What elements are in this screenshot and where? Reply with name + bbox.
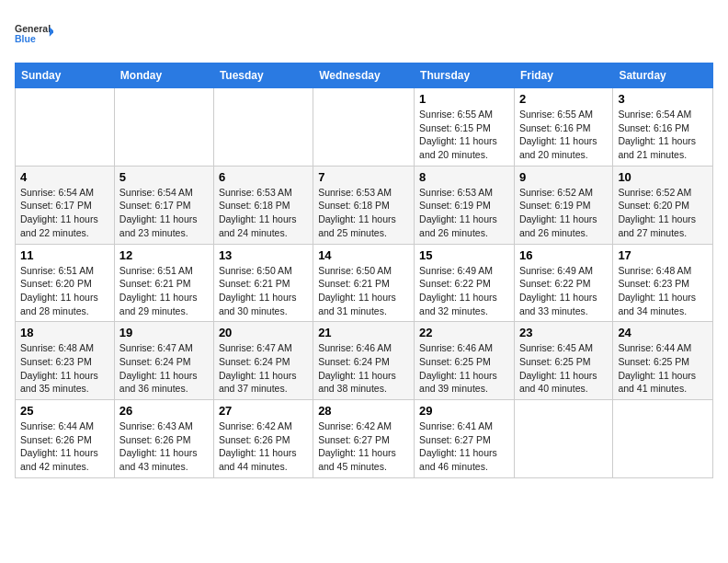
day-number: 25 xyxy=(20,404,109,418)
calendar-cell xyxy=(114,88,213,167)
calendar-cell: 22Sunrise: 6:46 AMSunset: 6:25 PMDayligh… xyxy=(415,322,515,400)
weekday-header-saturday: Saturday xyxy=(613,63,713,88)
day-info: Sunrise: 6:46 AMSunset: 6:25 PMDaylight:… xyxy=(419,341,509,396)
calendar-week-1: 1Sunrise: 6:55 AMSunset: 6:15 PMDaylight… xyxy=(16,88,713,167)
day-info: Sunrise: 6:45 AMSunset: 6:25 PMDaylight:… xyxy=(519,341,608,396)
page-header: General Blue xyxy=(15,15,713,53)
day-info: Sunrise: 6:42 AMSunset: 6:26 PMDaylight:… xyxy=(219,419,308,474)
calendar-cell: 23Sunrise: 6:45 AMSunset: 6:25 PMDayligh… xyxy=(514,322,612,400)
weekday-header-wednesday: Wednesday xyxy=(313,63,415,88)
day-number: 24 xyxy=(618,326,708,339)
day-info: Sunrise: 6:48 AMSunset: 6:23 PMDaylight:… xyxy=(618,264,708,318)
day-number: 17 xyxy=(618,248,708,262)
day-info: Sunrise: 6:52 AMSunset: 6:19 PMDaylight:… xyxy=(519,186,608,240)
day-info: Sunrise: 6:51 AMSunset: 6:20 PMDaylight:… xyxy=(20,264,109,318)
calendar-cell: 24Sunrise: 6:44 AMSunset: 6:25 PMDayligh… xyxy=(613,322,713,400)
weekday-header-tuesday: Tuesday xyxy=(213,63,313,88)
calendar-cell: 10Sunrise: 6:52 AMSunset: 6:20 PMDayligh… xyxy=(613,166,713,244)
day-info: Sunrise: 6:52 AMSunset: 6:20 PMDaylight:… xyxy=(618,186,708,240)
calendar-cell: 8Sunrise: 6:53 AMSunset: 6:19 PMDaylight… xyxy=(415,166,515,244)
logo-svg: General Blue xyxy=(15,15,53,53)
logo: General Blue xyxy=(15,15,53,53)
day-number: 23 xyxy=(519,326,608,339)
day-number: 1 xyxy=(419,92,509,106)
day-info: Sunrise: 6:50 AMSunset: 6:21 PMDaylight:… xyxy=(219,264,308,318)
calendar-cell: 17Sunrise: 6:48 AMSunset: 6:23 PMDayligh… xyxy=(613,244,713,322)
day-info: Sunrise: 6:53 AMSunset: 6:18 PMDaylight:… xyxy=(219,186,308,240)
day-number: 22 xyxy=(419,326,509,339)
weekday-header-friday: Friday xyxy=(514,63,612,88)
day-info: Sunrise: 6:53 AMSunset: 6:18 PMDaylight:… xyxy=(318,186,409,240)
calendar-cell: 9Sunrise: 6:52 AMSunset: 6:19 PMDaylight… xyxy=(514,166,612,244)
day-info: Sunrise: 6:41 AMSunset: 6:27 PMDaylight:… xyxy=(419,419,509,474)
calendar-cell: 27Sunrise: 6:42 AMSunset: 6:26 PMDayligh… xyxy=(213,400,313,478)
svg-marker-2 xyxy=(50,27,53,37)
day-number: 21 xyxy=(318,326,409,339)
day-info: Sunrise: 6:50 AMSunset: 6:21 PMDaylight:… xyxy=(318,264,409,318)
day-number: 10 xyxy=(618,170,708,184)
day-number: 18 xyxy=(20,326,109,339)
day-number: 19 xyxy=(119,326,209,339)
day-number: 16 xyxy=(519,248,608,262)
weekday-header-monday: Monday xyxy=(114,63,213,88)
calendar-cell xyxy=(514,400,612,478)
day-number: 8 xyxy=(419,170,509,184)
calendar-cell: 19Sunrise: 6:47 AMSunset: 6:24 PMDayligh… xyxy=(114,322,213,400)
day-info: Sunrise: 6:54 AMSunset: 6:17 PMDaylight:… xyxy=(119,186,209,240)
day-number: 6 xyxy=(219,170,308,184)
calendar-cell: 5Sunrise: 6:54 AMSunset: 6:17 PMDaylight… xyxy=(114,166,213,244)
day-number: 11 xyxy=(20,248,109,262)
weekday-header-thursday: Thursday xyxy=(415,63,515,88)
calendar-cell: 29Sunrise: 6:41 AMSunset: 6:27 PMDayligh… xyxy=(415,400,515,478)
day-info: Sunrise: 6:53 AMSunset: 6:19 PMDaylight:… xyxy=(419,186,509,240)
day-info: Sunrise: 6:42 AMSunset: 6:27 PMDaylight:… xyxy=(318,419,409,474)
calendar-cell xyxy=(313,88,415,167)
day-number: 7 xyxy=(318,170,409,184)
day-info: Sunrise: 6:44 AMSunset: 6:25 PMDaylight:… xyxy=(618,341,708,396)
day-number: 5 xyxy=(119,170,209,184)
day-number: 15 xyxy=(419,248,509,262)
day-info: Sunrise: 6:46 AMSunset: 6:24 PMDaylight:… xyxy=(318,341,409,396)
day-info: Sunrise: 6:49 AMSunset: 6:22 PMDaylight:… xyxy=(419,264,509,318)
day-number: 12 xyxy=(119,248,209,262)
weekday-header-row: SundayMondayTuesdayWednesdayThursdayFrid… xyxy=(16,63,713,88)
calendar-cell xyxy=(16,88,115,167)
calendar-week-2: 4Sunrise: 6:54 AMSunset: 6:17 PMDaylight… xyxy=(16,166,713,244)
day-number: 26 xyxy=(119,404,209,418)
day-info: Sunrise: 6:55 AMSunset: 6:16 PMDaylight:… xyxy=(519,108,608,162)
calendar-cell: 7Sunrise: 6:53 AMSunset: 6:18 PMDaylight… xyxy=(313,166,415,244)
day-info: Sunrise: 6:49 AMSunset: 6:22 PMDaylight:… xyxy=(519,264,608,318)
day-number: 14 xyxy=(318,248,409,262)
calendar-cell: 1Sunrise: 6:55 AMSunset: 6:15 PMDaylight… xyxy=(415,88,515,167)
calendar-week-5: 25Sunrise: 6:44 AMSunset: 6:26 PMDayligh… xyxy=(16,400,713,478)
day-info: Sunrise: 6:43 AMSunset: 6:26 PMDaylight:… xyxy=(119,419,209,474)
calendar-cell: 14Sunrise: 6:50 AMSunset: 6:21 PMDayligh… xyxy=(313,244,415,322)
calendar-cell: 28Sunrise: 6:42 AMSunset: 6:27 PMDayligh… xyxy=(313,400,415,478)
calendar-cell: 2Sunrise: 6:55 AMSunset: 6:16 PMDaylight… xyxy=(514,88,612,167)
calendar-body: 1Sunrise: 6:55 AMSunset: 6:15 PMDaylight… xyxy=(16,88,713,478)
day-number: 4 xyxy=(20,170,109,184)
calendar-cell: 13Sunrise: 6:50 AMSunset: 6:21 PMDayligh… xyxy=(213,244,313,322)
day-number: 9 xyxy=(519,170,608,184)
day-info: Sunrise: 6:51 AMSunset: 6:21 PMDaylight:… xyxy=(119,264,209,318)
day-info: Sunrise: 6:48 AMSunset: 6:23 PMDaylight:… xyxy=(20,341,109,396)
calendar-cell: 20Sunrise: 6:47 AMSunset: 6:24 PMDayligh… xyxy=(213,322,313,400)
calendar-cell: 18Sunrise: 6:48 AMSunset: 6:23 PMDayligh… xyxy=(16,322,115,400)
calendar-cell: 6Sunrise: 6:53 AMSunset: 6:18 PMDaylight… xyxy=(213,166,313,244)
day-number: 20 xyxy=(219,326,308,339)
svg-text:Blue: Blue xyxy=(15,33,36,44)
day-number: 13 xyxy=(219,248,308,262)
calendar-cell xyxy=(613,400,713,478)
calendar-week-4: 18Sunrise: 6:48 AMSunset: 6:23 PMDayligh… xyxy=(16,322,713,400)
day-info: Sunrise: 6:54 AMSunset: 6:16 PMDaylight:… xyxy=(618,108,708,162)
day-number: 2 xyxy=(519,92,608,106)
calendar-week-3: 11Sunrise: 6:51 AMSunset: 6:20 PMDayligh… xyxy=(16,244,713,322)
calendar-cell: 3Sunrise: 6:54 AMSunset: 6:16 PMDaylight… xyxy=(613,88,713,167)
calendar-cell: 15Sunrise: 6:49 AMSunset: 6:22 PMDayligh… xyxy=(415,244,515,322)
weekday-header-sunday: Sunday xyxy=(16,63,115,88)
calendar-cell: 12Sunrise: 6:51 AMSunset: 6:21 PMDayligh… xyxy=(114,244,213,322)
calendar-cell: 16Sunrise: 6:49 AMSunset: 6:22 PMDayligh… xyxy=(514,244,612,322)
calendar-table: SundayMondayTuesdayWednesdayThursdayFrid… xyxy=(15,63,713,478)
day-info: Sunrise: 6:54 AMSunset: 6:17 PMDaylight:… xyxy=(20,186,109,240)
day-number: 29 xyxy=(419,404,509,418)
